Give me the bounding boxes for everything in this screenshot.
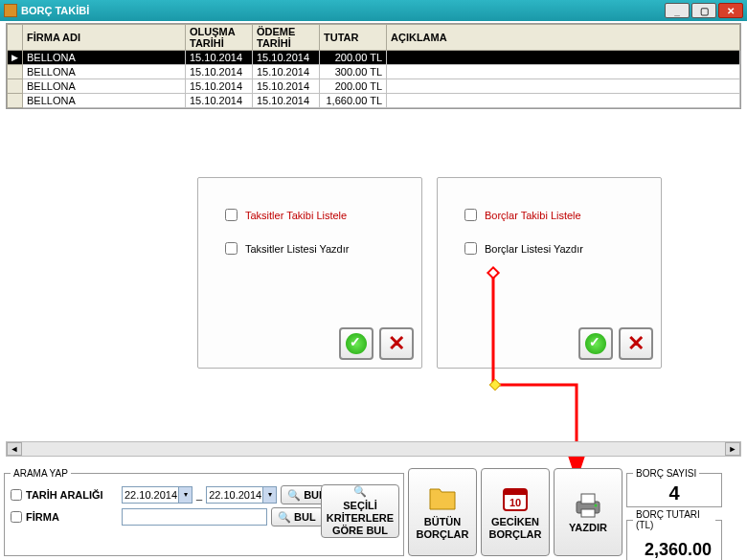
- table-row[interactable]: BELLONA15.10.201415.10.2014300.00 TL: [8, 65, 740, 79]
- table-row[interactable]: ▶BELLONA15.10.201415.10.2014200.00 TL: [8, 51, 740, 65]
- borc-sayisi-fieldset: BORÇ SAYISI 4: [626, 468, 722, 507]
- svg-rect-3: [504, 489, 527, 495]
- firma-label: FİRMA: [26, 511, 118, 523]
- taksitler-yazdir-label: Taksitler Listesi Yazdır: [245, 243, 349, 255]
- taksitler-takibi-label: Taksitler Takibi Listele: [245, 210, 347, 221]
- folder-icon: [427, 483, 458, 514]
- butun-borclar-button[interactable]: BÜTÜN BORÇLAR: [408, 468, 477, 556]
- borclar-takibi-row[interactable]: Borçlar Takibi Listele: [464, 209, 651, 221]
- col-tutar[interactable]: TUTAR: [320, 25, 387, 51]
- borc-sayisi-value: 4: [633, 482, 715, 504]
- borclar-yazdir-checkbox[interactable]: [464, 242, 477, 255]
- taksitler-takibi-checkbox[interactable]: [225, 209, 238, 221]
- app-icon: [4, 4, 17, 17]
- borc-tutari-legend: BORÇ TUTARI (TL): [633, 509, 715, 530]
- borclar-yazdir-label: Borçlar Listesi Yazdır: [485, 243, 583, 255]
- search-icon: 🔍: [353, 485, 367, 498]
- firma-checkbox[interactable]: [11, 511, 22, 523]
- horizontal-scrollbar[interactable]: ◄ ►: [6, 441, 741, 457]
- col-olusma[interactable]: OLUŞMA TARİHİ: [186, 25, 253, 51]
- search-icon: 🔍: [287, 489, 301, 502]
- chevron-down-icon[interactable]: ▾: [262, 487, 276, 503]
- col-firma[interactable]: FİRMA ADI: [23, 25, 186, 51]
- svg-point-8: [595, 504, 598, 507]
- borc-tutari-fieldset: BORÇ TUTARI (TL) 2,360.00: [626, 509, 722, 560]
- borclar-takibi-label: Borçlar Takibi Listele: [485, 210, 581, 221]
- col-odeme[interactable]: ÖDEME TARİHİ: [253, 25, 320, 51]
- borclar-ok-button[interactable]: [578, 327, 613, 360]
- geciken-borclar-button[interactable]: 10 GECİKEN BORÇLAR: [481, 468, 550, 556]
- taksitler-yazdir-row[interactable]: Taksitler Listesi Yazdır: [225, 242, 412, 255]
- scroll-right-button[interactable]: ►: [725, 442, 740, 456]
- taksitler-takibi-row[interactable]: Taksitler Takibi Listele: [225, 209, 412, 221]
- printer-icon: [573, 489, 603, 520]
- borc-sayisi-legend: BORÇ SAYISI: [633, 468, 699, 479]
- arama-yap-fieldset: ARAMA YAP TARİH ARALIĞI 22.10.2014▾ _ 22…: [4, 468, 404, 556]
- firma-input[interactable]: [122, 508, 267, 526]
- window-title: BORÇ TAKİBİ: [21, 5, 663, 16]
- tarih-araligi-label: TARİH ARALIĞI: [26, 489, 118, 501]
- svg-rect-7: [581, 509, 595, 517]
- search-icon: 🔍: [278, 511, 291, 524]
- window-titlebar: BORÇ TAKİBİ _ ▢ ✕: [0, 0, 747, 21]
- date-from-input[interactable]: 22.10.2014▾: [122, 486, 192, 504]
- calendar-warn-icon: 10: [500, 483, 531, 514]
- taksitler-yazdir-checkbox[interactable]: [225, 242, 238, 255]
- row-header-col: [8, 25, 23, 51]
- bul-firma-button[interactable]: 🔍BUL: [271, 507, 323, 526]
- borclar-panel: Borçlar Takibi Listele Borçlar Listesi Y…: [437, 177, 662, 369]
- svg-text:10: 10: [509, 497, 521, 508]
- arama-legend: ARAMA YAP: [11, 468, 71, 479]
- scroll-left-button[interactable]: ◄: [7, 442, 22, 456]
- taksitler-cancel-button[interactable]: ✕: [379, 327, 414, 360]
- yazdir-button[interactable]: YAZDIR: [554, 468, 622, 556]
- minimize-button[interactable]: _: [665, 3, 690, 18]
- close-button[interactable]: ✕: [718, 3, 743, 18]
- chevron-down-icon[interactable]: ▾: [178, 487, 192, 503]
- col-aciklama[interactable]: AÇIKLAMA: [387, 25, 740, 51]
- date-separator: _: [196, 489, 202, 501]
- borclar-yazdir-row[interactable]: Borçlar Listesi Yazdır: [464, 242, 651, 255]
- borclar-cancel-button[interactable]: ✕: [619, 327, 653, 360]
- date-to-input[interactable]: 22.10.2014▾: [206, 486, 277, 504]
- taksitler-panel: Taksitler Takibi Listele Taksitler Liste…: [197, 177, 422, 369]
- taksitler-ok-button[interactable]: [339, 327, 374, 360]
- svg-rect-6: [581, 494, 595, 504]
- maximize-button[interactable]: ▢: [691, 3, 716, 18]
- tarih-araligi-checkbox[interactable]: [11, 489, 22, 501]
- borclar-takibi-checkbox[interactable]: [464, 209, 477, 221]
- secili-kriterlere-button[interactable]: 🔍 SEÇİLİ KRİTERLERE GÖRE BUL: [321, 484, 399, 538]
- borc-tutari-value: 2,360.00: [633, 534, 715, 560]
